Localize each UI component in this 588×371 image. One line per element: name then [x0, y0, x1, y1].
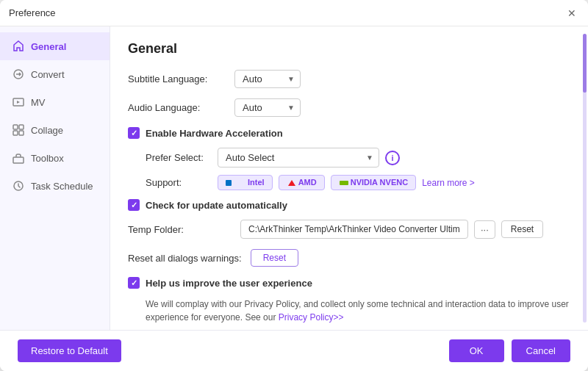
support-row: Support: Intel AMD NVIDIA NVENC Learn: [146, 175, 570, 190]
audio-language-select-wrapper: Auto ▼: [234, 98, 301, 117]
sidebar-label-general: General: [31, 41, 66, 52]
reset-all-button[interactable]: Reset: [251, 249, 298, 267]
temp-folder-row: Temp Folder: ··· Reset: [128, 220, 570, 239]
svg-rect-8: [226, 180, 232, 186]
reset-all-row: Reset all dialogs warnings: Reset: [128, 249, 570, 267]
sidebar-item-toolbox[interactable]: Toolbox: [0, 144, 110, 172]
preference-window: Preference ✕ General Co: [0, 0, 588, 371]
svg-rect-9: [340, 181, 348, 185]
learn-more-link[interactable]: Learn more >: [422, 178, 475, 188]
info-icon[interactable]: i: [385, 151, 400, 165]
temp-reset-button[interactable]: Reset: [501, 220, 543, 238]
nvidia-nvenc-chip: NVIDIA NVENC: [331, 175, 416, 190]
help-text-block: We will complay with our Privacy Policy,…: [146, 298, 570, 324]
cancel-button[interactable]: Cancel: [512, 339, 570, 362]
footer-right: OK Cancel: [449, 339, 570, 362]
hardware-accel-row: Enable Hardware Acceleration: [128, 127, 570, 139]
sidebar-item-convert[interactable]: Convert: [0, 60, 110, 88]
subtitle-language-select[interactable]: Auto: [234, 70, 301, 88]
page-title: General: [128, 41, 570, 57]
toolbox-icon: [12, 151, 25, 165]
help-improve-row: Help us improve the user experience: [128, 277, 570, 289]
svg-rect-4: [13, 131, 18, 135]
subtitle-language-row: Subtitle Language: Auto ▼: [128, 70, 570, 88]
support-label: Support:: [146, 177, 212, 188]
svg-rect-3: [19, 125, 24, 129]
prefer-select-wrapper: Auto Select ▼: [218, 148, 379, 168]
footer: Restore to Default OK Cancel: [0, 330, 588, 371]
content-area: General Subtitle Language: Auto ▼ Audio …: [110, 26, 588, 330]
sidebar-label-mv: MV: [31, 97, 46, 108]
browse-button[interactable]: ···: [474, 220, 495, 239]
sidebar-item-general[interactable]: General: [0, 32, 110, 60]
main-content: General Convert MV: [0, 26, 588, 330]
titlebar: Preference ✕: [0, 0, 588, 26]
home-icon: [12, 40, 25, 53]
check-update-label: Check for update automatically: [146, 200, 287, 211]
scrollbar-track: [583, 34, 587, 323]
mv-icon: [12, 96, 25, 109]
reset-all-label: Reset all dialogs warnings:: [128, 253, 242, 264]
prefer-select-row: Prefer Select: Auto Select ▼ i: [146, 148, 570, 168]
sidebar-item-task-schedule[interactable]: Task Schedule: [0, 172, 110, 200]
subtitle-language-label: Subtitle Language:: [128, 73, 234, 84]
hardware-accel-checkbox[interactable]: [128, 127, 140, 139]
task-schedule-icon: [12, 179, 25, 192]
prefer-select-label: Prefer Select:: [146, 152, 212, 163]
temp-folder-label: Temp Folder:: [128, 224, 234, 235]
privacy-policy-link[interactable]: Privacy Policy>>: [279, 312, 344, 323]
temp-folder-input[interactable]: [240, 220, 468, 239]
sidebar-label-toolbox: Toolbox: [31, 153, 64, 164]
sidebar-label-task-schedule: Task Schedule: [31, 181, 93, 192]
restore-default-button[interactable]: Restore to Default: [18, 339, 121, 362]
sidebar-item-collage[interactable]: Collage: [0, 116, 110, 144]
svg-rect-5: [19, 131, 24, 135]
close-button[interactable]: ✕: [564, 6, 579, 21]
convert-icon: [12, 68, 25, 81]
sidebar-label-collage: Collage: [31, 125, 63, 136]
check-update-checkbox[interactable]: [128, 199, 140, 211]
scrollbar-thumb[interactable]: [583, 34, 587, 93]
audio-language-label: Audio Language:: [128, 102, 234, 113]
check-update-row: Check for update automatically: [128, 199, 570, 211]
amd-chip: AMD: [279, 175, 325, 190]
audio-language-row: Audio Language: Auto ▼: [128, 98, 570, 117]
ok-button[interactable]: OK: [449, 339, 504, 362]
hardware-accel-label: Enable Hardware Acceleration: [146, 128, 283, 139]
help-text: We will complay with our Privacy Policy,…: [146, 299, 569, 323]
audio-language-select[interactable]: Auto: [234, 98, 301, 117]
help-improve-checkbox[interactable]: [128, 277, 140, 289]
sidebar-label-convert: Convert: [31, 69, 65, 80]
intel-chip: Intel: [218, 175, 273, 190]
collage-icon: [12, 123, 25, 137]
help-improve-label: Help us improve the user experience: [146, 278, 312, 289]
sidebar-item-mv[interactable]: MV: [0, 88, 110, 116]
svg-rect-6: [13, 157, 24, 163]
subtitle-language-select-wrapper: Auto ▼: [234, 70, 301, 88]
sidebar: General Convert MV: [0, 26, 110, 330]
svg-rect-2: [13, 125, 18, 129]
hardware-indent-section: Prefer Select: Auto Select ▼ i Support:: [146, 148, 570, 190]
window-title: Preference: [9, 7, 56, 18]
prefer-select[interactable]: Auto Select: [218, 148, 379, 168]
